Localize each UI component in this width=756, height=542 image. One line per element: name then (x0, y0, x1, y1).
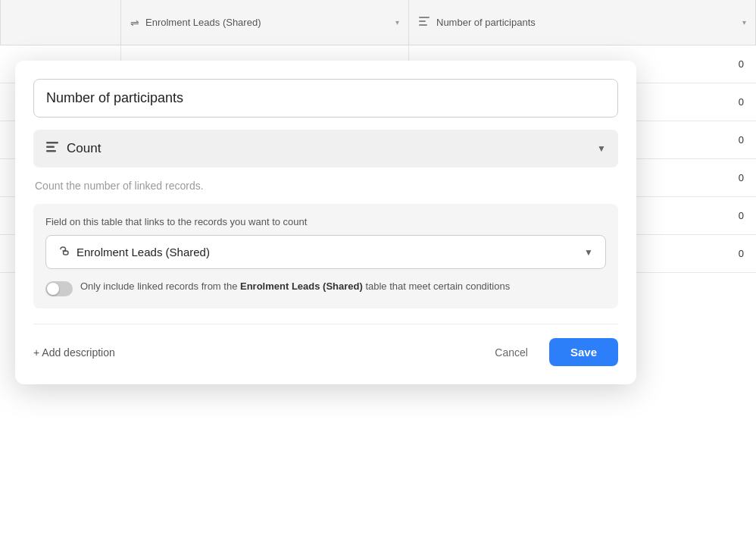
toggle-knob (47, 283, 59, 295)
footer-actions: Cancel Save (483, 338, 618, 366)
config-section: Field on this table that links to the re… (33, 204, 618, 309)
toggle-table-name: Enrolment Leads (Shared) (240, 280, 363, 292)
linked-field-label: Enrolment Leads (Shared) (77, 246, 210, 258)
field-type-label: Count (67, 141, 101, 156)
linked-field-dropdown[interactable]: Enrolment Leads (Shared) ▼ (45, 235, 606, 269)
svg-rect-5 (46, 150, 56, 152)
field-editor-modal: Count ▼ Count the number of linked recor… (15, 61, 636, 384)
toggle-description: Only include linked records from the Enr… (80, 280, 510, 293)
add-description-button[interactable]: + Add description (33, 342, 115, 363)
filter-toggle[interactable] (45, 281, 73, 296)
cancel-button[interactable]: Cancel (483, 340, 540, 365)
svg-rect-4 (46, 146, 55, 149)
field-type-chevron: ▼ (597, 143, 606, 154)
linked-field-icon (58, 245, 70, 259)
field-description: Count the number of linked records. (33, 180, 618, 192)
field-link-label: Field on this table that links to the re… (45, 216, 606, 227)
save-button[interactable]: Save (549, 338, 618, 366)
modal-overlay: Count ▼ Count the number of linked recor… (0, 0, 756, 542)
modal-footer: + Add description Cancel Save (33, 324, 618, 366)
svg-rect-3 (46, 142, 58, 144)
linked-field-dropdown-left: Enrolment Leads (Shared) (58, 245, 210, 259)
count-type-icon (45, 140, 59, 157)
field-name-input[interactable] (33, 79, 618, 117)
field-type-dropdown-left: Count (45, 140, 101, 157)
linked-field-chevron: ▼ (584, 247, 593, 258)
filter-toggle-row: Only include linked records from the Enr… (45, 280, 606, 296)
field-type-dropdown[interactable]: Count ▼ (33, 130, 618, 168)
